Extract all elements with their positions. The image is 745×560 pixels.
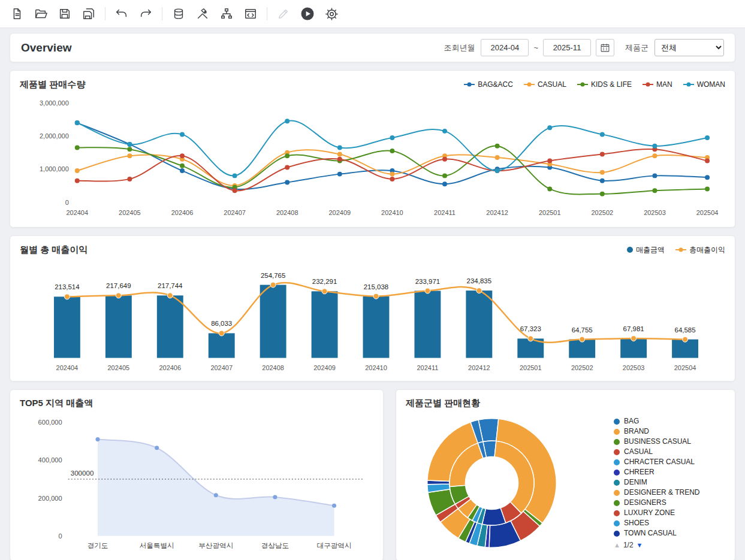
calendar-icon (600, 43, 610, 53)
toolbar-separator (267, 7, 267, 20)
calendar-button[interactable] (596, 39, 614, 56)
svg-text:67,323: 67,323 (520, 326, 541, 333)
legend-label: KIDS & LIFE (591, 80, 632, 89)
legend-item-man[interactable]: MAN (643, 80, 672, 89)
svg-text:202408: 202408 (262, 364, 284, 371)
toolbar-separator (162, 7, 162, 20)
hierarchy-button[interactable] (216, 4, 237, 23)
legend-label: 총매출이익 (689, 245, 725, 255)
legend-item--[interactable]: 총매출이익 (675, 245, 725, 255)
donut-legend-item-denim[interactable]: DENIM (614, 477, 722, 488)
page-down-icon[interactable]: ▼ (637, 541, 643, 549)
svg-text:202503: 202503 (623, 364, 645, 371)
panel-top5-region-sales: TOP5 지역 매출액 0200,000400,000600,000경기도서울특… (10, 389, 384, 560)
svg-text:202406: 202406 (159, 364, 181, 371)
toolbar-separator (105, 7, 105, 20)
legend-label: TOWN CASUAL (624, 529, 677, 538)
legend-label: BAG (624, 417, 639, 426)
database-button[interactable] (168, 4, 189, 23)
page-header: Overview 조회년월 ~ 제품군 전체 (10, 33, 735, 62)
settings-button[interactable] (321, 4, 342, 23)
top5-region-area-chart[interactable]: 0200,000400,000600,000경기도서울특별시부산광역시경상남도대… (20, 413, 373, 553)
svg-text:202405: 202405 (108, 364, 130, 371)
open-file-button[interactable] (30, 4, 52, 23)
legend-label: BRAND (624, 427, 649, 436)
redo-icon (139, 7, 152, 20)
svg-text:202501: 202501 (520, 364, 542, 371)
new-document-button[interactable] (6, 4, 28, 23)
donut-legend-item-chreer[interactable]: CHREER (614, 467, 722, 477)
run-button[interactable] (297, 4, 318, 23)
tools-button[interactable] (192, 4, 213, 23)
panel-title-top5-region: TOP5 지역 매출액 (20, 398, 93, 409)
svg-text:202411: 202411 (417, 364, 439, 371)
undo-button[interactable] (111, 4, 132, 23)
svg-text:경기도: 경기도 (88, 542, 108, 549)
svg-text:200,000: 200,000 (38, 495, 62, 502)
legend-label: DENIM (624, 478, 647, 487)
svg-text:202412: 202412 (468, 364, 490, 371)
svg-text:대구광역시: 대구광역시 (317, 542, 352, 549)
date-to-input[interactable] (543, 39, 591, 56)
legend-marker-icon (614, 449, 620, 455)
database-icon (172, 7, 185, 20)
svg-text:경상남도: 경상남도 (261, 542, 289, 549)
legend-label: WOMAN (697, 80, 725, 89)
page-title: Overview (21, 41, 72, 55)
svg-text:부산광역시: 부산광역시 (198, 542, 233, 549)
legend-marker-icon (614, 470, 620, 476)
legend-item-bag-acc[interactable]: BAG&ACC (464, 80, 513, 89)
legend-item-woman[interactable]: WOMAN (683, 80, 725, 89)
panel-title-product-group: 제품군별 판매현황 (406, 398, 480, 409)
donut-legend-item-chracter-casual[interactable]: CHRACTER CASUAL (614, 457, 722, 467)
donut-legend-item-designers[interactable]: DESIGNERS (614, 498, 722, 508)
svg-text:213,514: 213,514 (55, 284, 80, 291)
svg-text:400,000: 400,000 (38, 456, 62, 464)
page-indicator: 1/2 (623, 541, 634, 549)
product-group-donut-chart[interactable] (421, 413, 562, 553)
donut-legend: BAGBRANDBUSINESS CASUALCASUALCHRACTER CA… (614, 416, 722, 538)
donut-legend-item-brand[interactable]: BRAND (614, 426, 722, 437)
svg-text:202504: 202504 (696, 209, 719, 216)
legend-label: 매출금액 (636, 245, 665, 255)
donut-legend-item-bag[interactable]: BAG (614, 416, 722, 426)
donut-legend-item-casual[interactable]: CASUAL (614, 447, 722, 457)
legend-item-casual[interactable]: CASUAL (524, 80, 566, 89)
legend-marker-icon (675, 249, 686, 250)
save-button[interactable] (54, 4, 76, 23)
legend-marker-icon (577, 84, 588, 85)
legend-marker-icon (614, 520, 620, 526)
svg-text:202407: 202407 (210, 364, 233, 371)
legend-marker-icon (683, 84, 694, 85)
code-editor-button[interactable] (240, 4, 261, 23)
date-from-input[interactable] (481, 39, 529, 56)
svg-text:202409: 202409 (329, 209, 351, 216)
donut-legend-item-business-casual[interactable]: BUSINESS CASUAL (614, 437, 722, 447)
redo-button[interactable] (135, 4, 156, 23)
legend-label: MAN (656, 80, 672, 89)
save-copy-button[interactable] (78, 4, 99, 23)
donut-legend-item-shoes[interactable]: SHOES (614, 518, 722, 528)
monthly-total-profit-combo-chart[interactable]: 213,514217,649217,74486,033254,765232,29… (20, 259, 725, 374)
sales-by-product-line-chart[interactable]: 01,000,0002,000,0003,000,000202404202405… (20, 93, 725, 220)
svg-text:202501: 202501 (539, 209, 561, 216)
svg-text:86,033: 86,033 (211, 320, 232, 328)
product-group-select[interactable]: 전체 (654, 39, 724, 56)
legend-label: BAG&ACC (478, 80, 513, 89)
legend-label: SHOES (624, 519, 649, 528)
svg-text:1,000,000: 1,000,000 (40, 165, 69, 172)
svg-text:202412: 202412 (486, 209, 508, 216)
svg-text:202405: 202405 (119, 209, 141, 216)
legend-item--[interactable]: 매출금액 (627, 245, 665, 255)
svg-text:202503: 202503 (644, 209, 666, 216)
donut-legend-item-designeer-trend[interactable]: DESIGNEER & TREND (614, 488, 722, 498)
date-separator: ~ (533, 43, 538, 52)
toolbar (0, 0, 745, 28)
donut-legend-item-town-casual[interactable]: TOWN CASUAL (614, 528, 722, 538)
donut-legend-item-luxury-zone[interactable]: LUXURY ZONE (614, 508, 722, 518)
page-up-icon[interactable]: ▲ (614, 541, 620, 549)
svg-text:202410: 202410 (381, 209, 403, 216)
legend-marker-icon (614, 531, 620, 537)
legend-item-kids-life[interactable]: KIDS & LIFE (577, 80, 632, 89)
panel-monthly-total-profit: 월별 총 매출이익 매출금액총매출이익 213,514217,649217,74… (10, 235, 735, 382)
